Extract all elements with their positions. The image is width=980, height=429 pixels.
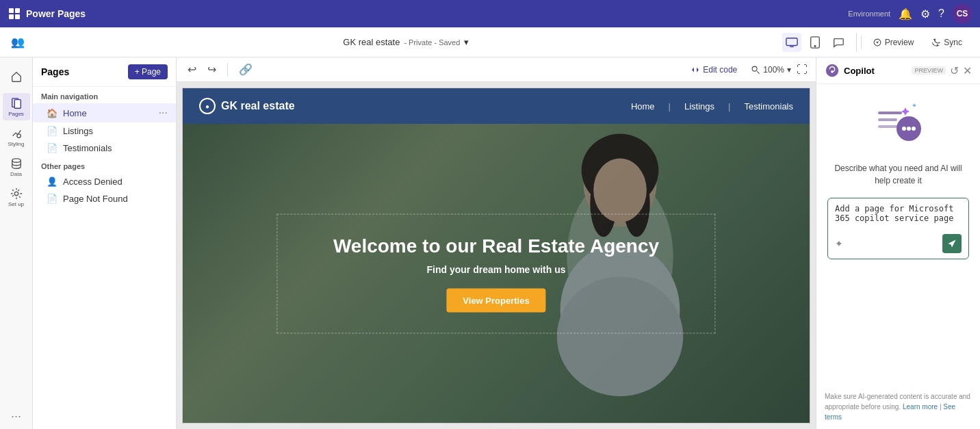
svg-point-12 (12, 158, 21, 161)
avatar[interactable]: CS (953, 4, 972, 23)
access-denied-icon: 👤 (47, 177, 57, 187)
canvas-toolbar: ↩ ↪ 🔗 Edit code 100% ▾ ⛶ (177, 57, 816, 82)
site-nav-listings[interactable]: Listings (684, 101, 714, 112)
gear-icon[interactable]: ⚙ (920, 8, 930, 21)
tablet-view-icon[interactable] (805, 33, 825, 52)
nav-item-home[interactable]: 🏠 Home ··· (33, 103, 176, 122)
rail-home[interactable] (3, 63, 30, 90)
rail-more[interactable]: ··· (11, 409, 21, 424)
rail-data-label: Data (10, 171, 22, 177)
site-logo: ● GK real estate (199, 98, 295, 114)
svg-rect-0 (9, 8, 14, 13)
add-page-button[interactable]: + Page (128, 64, 168, 79)
sync-button[interactable]: Sync (925, 35, 969, 50)
nav-item-access-denied[interactable]: 👤 Access Denied (33, 173, 176, 190)
nav-item-page-not-found[interactable]: 📄 Page Not Found (33, 190, 176, 207)
copilot-description: Describe what you need and AI will help … (827, 162, 969, 187)
toolbar-divider (227, 63, 228, 77)
edit-code-button[interactable]: Edit code (691, 65, 737, 75)
app-title: Power Pages (26, 8, 848, 19)
preview-button[interactable]: Preview (866, 35, 921, 50)
copilot-title: Copilot (844, 66, 907, 76)
canvas-area: ↩ ↪ 🔗 Edit code 100% ▾ ⛶ ● GK real (177, 57, 816, 429)
svg-line-15 (757, 71, 760, 74)
icon-rail: Pages Styling Data Set up ··· (0, 57, 33, 429)
nav-item-testimonials[interactable]: 📄 Testimonials (33, 140, 176, 157)
sparkle-input-icon: ✦ (835, 238, 843, 249)
site-users-icon: 👥 (11, 36, 25, 49)
site-preview: ● GK real estate Home | Listings | Testi… (182, 88, 810, 424)
listings-nav-icon: 📄 (47, 126, 57, 136)
site-nav-testimonials[interactable]: Testimonials (744, 101, 793, 112)
main-area: Pages Styling Data Set up ··· Pages + Pa… (0, 57, 980, 429)
site-nav-home[interactable]: Home (631, 101, 655, 112)
svg-point-11 (16, 133, 20, 137)
copilot-preview-badge: PREVIEW (912, 66, 946, 75)
copilot-logo-icon (825, 63, 840, 78)
chevron-down-icon[interactable]: ▾ (464, 37, 469, 47)
copilot-refresh-button[interactable]: ↺ (950, 64, 959, 77)
svg-rect-26 (878, 112, 902, 114)
page-not-found-icon: 📄 (47, 194, 57, 204)
site-nav-links: Home | Listings | Testimonials (631, 101, 793, 112)
undo-button[interactable]: ↩ (185, 60, 199, 79)
hero-content-box: Welcome to our Real Estate Agency Find y… (276, 213, 715, 333)
pages-title: Pages (41, 66, 128, 77)
copilot-input-area[interactable]: Add a page for Microsoft 365 copilot ser… (827, 198, 969, 259)
svg-point-31 (907, 127, 911, 131)
rail-styling[interactable]: Styling (3, 123, 30, 151)
site-visibility: - Private - Saved (404, 38, 460, 47)
copilot-illustration (871, 98, 926, 153)
site-navigation: ● GK real estate Home | Listings | Testi… (183, 88, 810, 124)
desktop-view-icon[interactable] (782, 33, 801, 52)
svg-point-13 (14, 192, 18, 195)
environment-label: Environment (848, 10, 890, 18)
help-icon[interactable]: ? (938, 8, 944, 20)
rail-setup[interactable]: Set up (3, 183, 30, 211)
svg-point-7 (814, 45, 816, 47)
rail-pages-label: Pages (8, 111, 24, 117)
copilot-input-footer: ✦ (835, 234, 962, 253)
site-logo-text: GK real estate (221, 100, 295, 112)
svg-rect-1 (15, 8, 20, 13)
copilot-panel: Copilot PREVIEW ↺ ✕ (816, 57, 980, 429)
rail-pages[interactable]: Pages (3, 93, 30, 120)
link-button[interactable]: 🔗 (236, 60, 255, 79)
nav-item-listings[interactable]: 📄 Listings (33, 122, 176, 140)
canvas-content: ● GK real estate Home | Listings | Testi… (177, 82, 816, 429)
copilot-header: Copilot PREVIEW ↺ ✕ (816, 57, 980, 84)
app-grid-icon[interactable] (8, 8, 21, 20)
svg-rect-4 (786, 38, 797, 45)
svg-point-14 (752, 66, 757, 71)
logo-icon: ● (199, 98, 216, 114)
redo-button[interactable]: ↪ (205, 60, 219, 79)
fullscreen-button[interactable]: ⛶ (797, 64, 808, 76)
view-toggle (782, 33, 857, 52)
rail-data[interactable]: Data (3, 153, 30, 181)
home-more-button[interactable]: ··· (159, 107, 168, 119)
right-tools: Preview Sync (782, 33, 969, 52)
zoom-control[interactable]: 100% ▾ (751, 65, 791, 75)
rail-setup-label: Set up (8, 201, 24, 207)
svg-rect-2 (9, 14, 14, 19)
svg-point-30 (902, 127, 906, 131)
zoom-chevron[interactable]: ▾ (787, 65, 791, 75)
testimonials-nav-icon: 📄 (47, 143, 57, 153)
other-pages-label: Other pages (33, 157, 176, 173)
rail-styling-label: Styling (8, 141, 24, 147)
site-name: GK real estate - Private - Saved ▾ (30, 37, 782, 47)
view-properties-button[interactable]: View Properties (446, 288, 545, 312)
bell-icon[interactable]: 🔔 (899, 8, 912, 21)
home-nav-icon: 🏠 (47, 108, 57, 118)
pages-panel: Pages + Page Main navigation 🏠 Home ··· … (33, 57, 177, 429)
svg-rect-3 (15, 14, 20, 19)
copilot-close-button[interactable]: ✕ (963, 64, 972, 77)
hero-title: Welcome to our Real Estate Agency (298, 235, 694, 257)
chat-icon[interactable] (829, 33, 848, 52)
svg-rect-27 (878, 118, 897, 121)
copilot-body: Describe what you need and AI will help … (816, 84, 980, 391)
copilot-learn-more[interactable]: Learn more (903, 403, 938, 411)
top-right-controls: Environment 🔔 ⚙ ? CS (848, 4, 972, 23)
copilot-send-button[interactable] (942, 234, 962, 253)
copilot-input[interactable]: Add a page for Microsoft 365 copilot ser… (835, 204, 962, 229)
